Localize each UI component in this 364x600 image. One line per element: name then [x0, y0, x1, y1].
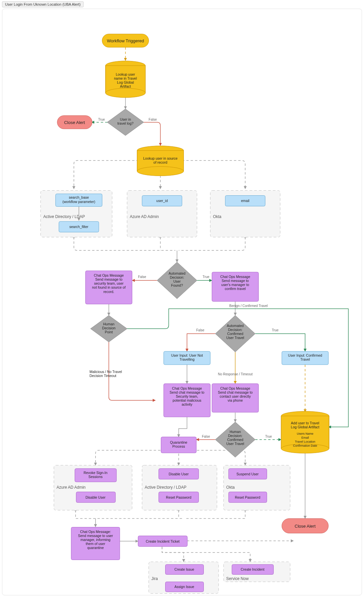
reset-okta-label: Reset Password [235, 496, 260, 499]
create-issue-label: Create Issue [175, 568, 194, 571]
quarantine-label: QuarantineProcess [170, 441, 187, 448]
add-travel-f1: Users Name [297, 432, 313, 435]
assign-issue-label: Assign Issue [175, 585, 194, 589]
group-ad-ldap-2-label: Active Directory / LDAP [145, 485, 186, 490]
node-human-decision-1: HumanDecisionPoint [91, 315, 127, 342]
svg-point-3 [106, 88, 146, 98]
create-ticket-label: Create Incident Ticket [146, 540, 180, 543]
edge-label-true: True [272, 328, 279, 332]
group-okta-2-label: Okta [226, 485, 235, 490]
close-alert-2-label: Close Alert [295, 524, 316, 529]
group-azure-2-label: Azure AD Admin [57, 485, 86, 490]
node-user-found: AutomatedDecision:UserFound? [157, 262, 197, 299]
node-lookup-source: Lookup user in sourceof record [137, 146, 184, 176]
node-start-label: Workflow Triggered [107, 38, 144, 43]
reset-ad-label: Reset Password [166, 496, 191, 499]
user-id-label: user_id [156, 199, 168, 203]
edge-label-true: True [265, 435, 272, 438]
create-incident-label: Create Incident [241, 568, 264, 571]
edge-label-no-response: No Response / Timeout [218, 372, 253, 376]
edge-label-malicious-1: Malicious / No TravelDecision Timeout [90, 370, 122, 378]
email-label: email [241, 199, 249, 203]
node-human-decision-2: HumanDecision:ConfirmedUser Travel [215, 422, 255, 457]
edge-label-true: True [98, 118, 105, 121]
group-azure-label: Azure AD Admin [130, 214, 159, 219]
close-alert-1-label: Close Alert [64, 120, 85, 125]
edge-label-false: False [149, 118, 157, 121]
svg-point-7 [137, 167, 184, 176]
group-servicenow-label: Service Now [226, 576, 249, 581]
auto-confirmed-label: AutomatedDecision:ConfirmedUser Travel [226, 324, 244, 340]
diagram-canvas: True False False True True False No Resp… [2, 9, 362, 595]
node-user-in-travel-log: User intravel log? [107, 109, 144, 136]
edge-label-false: False [196, 328, 204, 332]
add-travel-hdr: Add user to TravelLog Global Artifact [291, 421, 319, 429]
disable-azure-label: Disable User [86, 496, 106, 499]
edge-label-true: True [202, 275, 209, 279]
search-filter-label: search_filter [69, 225, 89, 229]
suspend-label: Suspend User [236, 472, 259, 476]
node-lookup-travel: Lookup username in TravelLog GlobalArtif… [106, 61, 146, 98]
group-okta-label: Okta [213, 214, 221, 219]
node-add-travel-log: Add user to TravelLog Global Artifact Us… [281, 411, 329, 453]
tab-uba-alert[interactable]: User Login From Uknown Location (UBA Ale… [2, 1, 84, 7]
disable-ad-label: Disable User [169, 472, 189, 476]
edge-label-false: False [138, 275, 146, 279]
group-jira-label: Jira [152, 576, 158, 581]
edge-label-benign: Benign / Confirmed Travel [229, 304, 268, 308]
node-auto-confirmed: AutomatedDecision:ConfirmedUser Travel [215, 315, 255, 352]
add-travel-f4: Confirmation Date [293, 444, 317, 447]
add-travel-f3: Travel Location [295, 440, 315, 443]
tab-bar: User Login From Uknown Location (UBA Ale… [0, 0, 364, 7]
edge-label-false: False [202, 435, 210, 438]
add-travel-f2: Email [301, 436, 309, 439]
